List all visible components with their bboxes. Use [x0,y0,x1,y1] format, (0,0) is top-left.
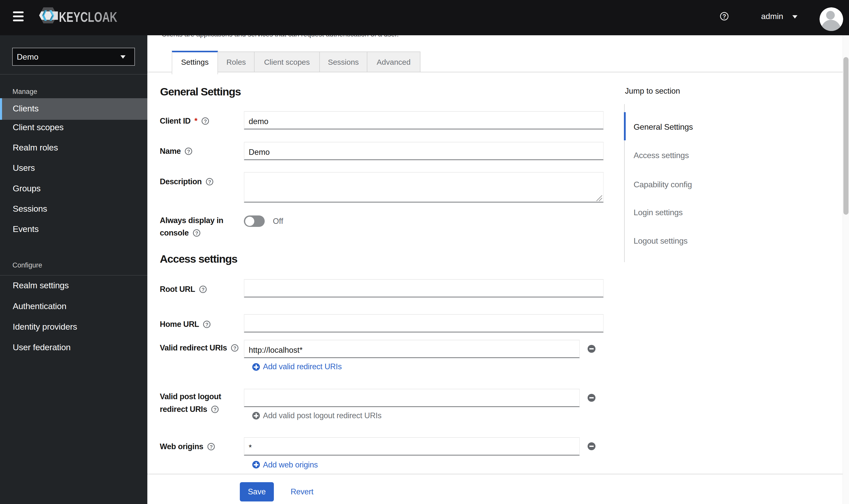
svg-text:?: ? [195,230,198,236]
svg-text:?: ? [723,13,726,20]
svg-text:?: ? [206,322,209,327]
svg-text:?: ? [214,407,217,412]
svg-text:?: ? [202,287,205,292]
svg-text:?: ? [187,149,190,154]
svg-text:?: ? [210,444,213,450]
svg-text:?: ? [204,119,207,124]
svg-text:?: ? [233,345,237,351]
svg-text:?: ? [208,179,211,185]
